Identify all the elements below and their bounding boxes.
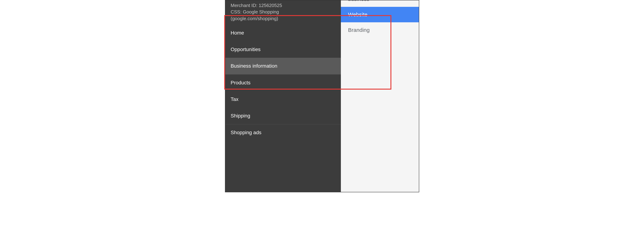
css-url: (google.com/shopping) [231, 15, 336, 22]
nav-group-3: Shopping ads [225, 124, 341, 141]
submenu-panel: business Website Branding [341, 0, 419, 192]
merchant-id-label: Merchant ID: 125620525 [231, 2, 336, 9]
nav-item-label: Shipping [231, 113, 250, 119]
nav-group-2: Products Tax Shipping [225, 75, 341, 124]
nav-item-products[interactable]: Products [225, 75, 341, 91]
nav-item-shipping[interactable]: Shipping [225, 108, 341, 124]
submenu-item-label: Branding [348, 27, 370, 33]
nav-item-shopping-ads[interactable]: Shopping ads [225, 124, 341, 141]
nav-item-home[interactable]: Home [225, 25, 341, 41]
submenu-item-label: Website [348, 12, 368, 18]
nav-item-tax[interactable]: Tax [225, 91, 341, 108]
submenu-item-website[interactable]: Website [341, 7, 419, 22]
nav-item-label: Shopping ads [231, 130, 262, 135]
css-label: CSS: Google Shopping [231, 9, 336, 15]
submenu-item-label: business [348, 0, 369, 2]
nav-item-label: Tax [231, 96, 238, 102]
merchant-center-panel: Merchant ID: 125620525 CSS: Google Shopp… [225, 0, 419, 192]
nav-item-label: Products [231, 80, 251, 86]
nav-item-label: Business information [231, 63, 278, 69]
submenu-item-branding[interactable]: Branding [341, 22, 419, 38]
nav-item-business-information[interactable]: Business information [225, 58, 341, 74]
nav-item-label: Home [231, 30, 244, 36]
nav-group-1: Home Opportunities Business information [225, 25, 341, 75]
submenu-item-about-your-business[interactable]: business [341, 0, 419, 7]
sidebar: Merchant ID: 125620525 CSS: Google Shopp… [225, 0, 341, 192]
nav-item-opportunities[interactable]: Opportunities [225, 41, 341, 58]
nav-item-label: Opportunities [231, 47, 261, 52]
sidebar-header: Merchant ID: 125620525 CSS: Google Shopp… [225, 0, 341, 25]
